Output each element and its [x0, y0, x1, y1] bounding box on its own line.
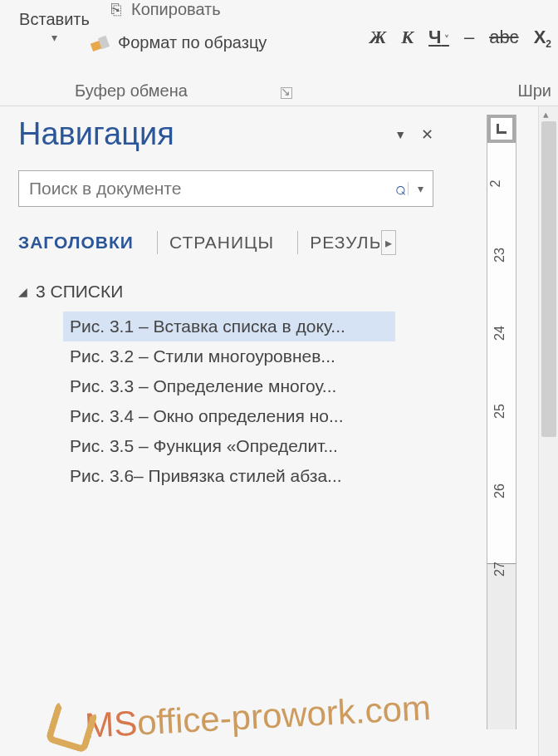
tree-children: Рис. 3.1 – Вставка списка в доку... Рис.… — [63, 312, 433, 491]
underline-button[interactable]: Ч — [428, 27, 449, 48]
tab-selector[interactable] — [487, 115, 516, 143]
vertical-scrollbar[interactable]: ▴ — [538, 106, 558, 756]
chevron-down-icon[interactable]: ▼ — [394, 128, 406, 141]
navigation-pane: Навигация ▼ ✕ ⌕ ▾ ЗАГОЛОВКИ СТРАНИЦЫ РЕЗ… — [18, 116, 433, 491]
ruler-tick: 23 — [492, 248, 507, 263]
paste-button[interactable]: Вставить ▾ — [15, 10, 94, 60]
ruler-tick: 25 — [492, 404, 507, 419]
tab-separator — [297, 231, 298, 254]
tree-item[interactable]: Рис. 3.1 – Вставка списка в доку... — [63, 312, 395, 341]
bold-button[interactable]: Ж — [370, 27, 386, 48]
ribbon-group-font-label: Шри — [517, 81, 551, 101]
tree-item[interactable]: Рис. 3.5 – Функция «Определит... — [63, 431, 395, 461]
brush-icon — [91, 35, 111, 52]
ribbon: Вставить ▾ ⎘ Копировать Формат по образц… — [0, 0, 558, 106]
search-icon[interactable]: ⌕ — [394, 178, 408, 199]
nav-header: Навигация ▼ ✕ — [18, 116, 433, 152]
ruler-tick: 27 — [492, 562, 507, 577]
tab-overflow-button[interactable]: ▸ — [381, 230, 396, 255]
paste-dropdown-icon[interactable]: ▾ — [15, 31, 94, 44]
vertical-ruler[interactable]: 2 23 24 25 26 27 — [487, 115, 516, 729]
copy-button[interactable]: ⎘ Копировать — [108, 0, 221, 19]
search-box[interactable]: ⌕ ▾ — [18, 170, 433, 207]
copy-icon: ⎘ — [108, 0, 125, 19]
tree-item[interactable]: Рис. 3.3 – Определение многоу... — [63, 371, 395, 401]
nav-header-actions: ▼ ✕ — [394, 125, 433, 144]
ribbon-group-clipboard-label: Буфер обмена — [75, 81, 188, 101]
tab-pages[interactable]: СТРАНИЦЫ — [166, 233, 289, 253]
tab-results[interactable]: РЕЗУЛЬ — [306, 233, 379, 253]
nav-title: Навигация — [18, 116, 174, 152]
strikethrough-button[interactable]: abc — [489, 27, 518, 48]
italic-button[interactable]: К — [401, 27, 414, 48]
headings-tree: ◢ 3 СПИСКИ Рис. 3.1 – Вставка списка в д… — [18, 278, 433, 491]
font-group: Ж К Ч – abc X2 — [370, 27, 551, 50]
tab-selector-icon — [497, 124, 507, 134]
search-dropdown-icon[interactable]: ▾ — [408, 182, 433, 195]
nav-tabs: ЗАГОЛОВКИ СТРАНИЦЫ РЕЗУЛЬ ▸ — [18, 230, 433, 255]
watermark-text-2: office-prowork.com — [136, 688, 432, 742]
separator-dash: – — [464, 27, 474, 48]
subscript-button[interactable]: X2 — [534, 27, 551, 50]
ruler-tick: 2 — [488, 180, 503, 188]
format-painter-label: Формат по образцу — [118, 33, 267, 52]
tree-root[interactable]: ◢ 3 СПИСКИ — [18, 278, 433, 305]
close-icon[interactable]: ✕ — [421, 125, 433, 144]
paste-label: Вставить — [19, 10, 90, 28]
tab-headings[interactable]: ЗАГОЛОВКИ — [18, 233, 149, 253]
scroll-up-icon[interactable]: ▴ — [543, 108, 549, 120]
ribbon-group-launcher[interactable]: ↘ — [281, 87, 292, 99]
collapse-icon[interactable]: ◢ — [18, 285, 27, 298]
scrollbar-thumb[interactable] — [541, 121, 556, 437]
ruler-tick: 26 — [492, 484, 507, 498]
search-input[interactable] — [19, 179, 394, 199]
format-painter-button[interactable]: Формат по образцу — [91, 33, 267, 52]
tree-item[interactable]: Рис. 3.2 – Стили многоуровнев... — [63, 341, 395, 371]
tree-item[interactable]: Рис. 3.4 – Окно определения но... — [63, 401, 395, 431]
ruler-tick: 24 — [492, 326, 507, 341]
tree-root-label: 3 СПИСКИ — [36, 282, 123, 302]
tab-separator — [157, 231, 158, 254]
ruler-margin-area — [487, 563, 516, 729]
tree-item[interactable]: Рис. 3.6– Привязка стилей абза... — [63, 461, 395, 491]
copy-label: Копировать — [131, 0, 221, 19]
watermark: MSoffice-prowork.com — [49, 686, 432, 749]
